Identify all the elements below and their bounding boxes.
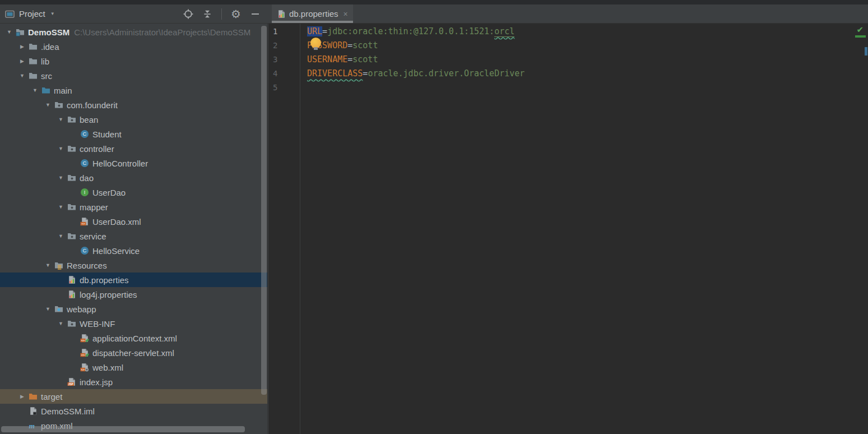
class-icon: C <box>80 159 89 168</box>
tree-item-index.jsp[interactable]: JSPindex.jsp <box>0 375 267 389</box>
code-token: orcl <box>494 26 514 37</box>
chevron-down-icon[interactable]: ▼ <box>50 11 55 16</box>
close-icon[interactable]: × <box>344 10 348 19</box>
tree-item-label: controller <box>80 144 114 154</box>
chevron-expanded-icon[interactable]: ▼ <box>54 233 67 239</box>
chevron-expanded-icon[interactable]: ▼ <box>54 146 67 151</box>
project-path: C:\Users\Administrator\IdeaProjects\Demo… <box>74 27 250 37</box>
tree-item-label: Student <box>92 130 122 139</box>
line-number-4[interactable]: 4 <box>268 67 300 81</box>
minus-glyph <box>252 13 259 15</box>
tree-item-web.xml[interactable]: <>web.xml <box>0 360 267 375</box>
chevron-expanded-icon[interactable]: ▼ <box>54 204 67 210</box>
tree-item-dao[interactable]: ▼dao <box>0 170 267 185</box>
tree-item-label: DemoSSM.iml <box>41 407 95 416</box>
tree-item-com.founderit[interactable]: ▼com.founderit <box>0 98 267 112</box>
tree-item-UserDao.xml[interactable]: <>UserDao.xml <box>0 214 267 229</box>
code-line-3[interactable]: USERNAME=scott <box>301 53 860 67</box>
chevron-expanded-icon[interactable]: ▼ <box>3 29 16 35</box>
tree-vertical-scrollbar[interactable] <box>261 26 267 395</box>
tree-item-mapper[interactable]: ▼mapper <box>0 200 267 214</box>
tree-item-log4j.properties[interactable]: log4j.properties <box>0 287 267 302</box>
interface-icon: I <box>80 188 89 197</box>
chevron-expanded-icon[interactable]: ▼ <box>54 117 67 122</box>
jsp-file-icon: JSP <box>67 377 76 386</box>
chevron-expanded-icon[interactable]: ▼ <box>41 102 54 108</box>
code-line-2[interactable]: PASSWORD=scott <box>301 39 860 53</box>
tree-item-lib[interactable]: ▶lib <box>0 54 267 68</box>
settings-gear-icon[interactable]: ⚙ <box>231 9 241 19</box>
tree-item-DemoSSM[interactable]: ▼DemoSSMC:\Users\Administrator\IdeaProje… <box>0 25 267 39</box>
chevron-collapsed-icon[interactable]: ▶ <box>16 58 29 64</box>
spring-config-icon: <> <box>80 348 89 357</box>
tree-item-label: Resources <box>67 261 107 270</box>
tree-item-target[interactable]: ▶target <box>0 389 267 404</box>
properties-file-icon <box>67 290 76 299</box>
tree-item-HelloController[interactable]: CHelloController <box>0 156 267 170</box>
inspection-ok-icon[interactable]: ✔ <box>856 25 864 35</box>
hide-panel-icon[interactable] <box>250 9 260 19</box>
editor-tab-db.properties[interactable]: db.properties× <box>272 4 353 23</box>
code-line-1[interactable]: URL=jdbc:oracle:thin:@127.0.0.1:1521:orc… <box>301 25 860 39</box>
caret-stripe-mark[interactable] <box>865 47 867 56</box>
svg-text:C: C <box>83 131 87 137</box>
tree-item-main[interactable]: ▼main <box>0 83 267 98</box>
tree-item-DemoSSM.iml[interactable]: DemoSSM.iml <box>0 404 267 418</box>
code-line-5[interactable] <box>301 81 860 95</box>
chevron-collapsed-icon[interactable]: ▶ <box>16 394 29 399</box>
chevron-expanded-icon[interactable]: ▼ <box>54 321 67 326</box>
line-number-5[interactable]: 5 <box>268 81 300 95</box>
intention-bulb-icon[interactable] <box>310 38 321 48</box>
editor-gutter: 12345 <box>268 24 300 434</box>
line-number-2[interactable]: 2 <box>268 39 300 53</box>
tree-item-db.properties[interactable]: db.properties <box>0 273 267 287</box>
tree-item-dispatcher-servlet.xml[interactable]: <>dispatcher-servlet.xml <box>0 345 267 360</box>
chevron-collapsed-icon[interactable]: ▶ <box>16 44 29 49</box>
package-icon <box>67 202 76 211</box>
tree-item-label: UserDao <box>92 188 126 197</box>
code-token: = <box>347 54 352 64</box>
tree-item-Student[interactable]: CStudent <box>0 127 267 141</box>
folder-icon <box>29 71 38 80</box>
tree-item-src[interactable]: ▼src <box>0 68 267 83</box>
code-token: jdbc:oracle:thin:@127.0.0.1:1521: <box>327 26 494 36</box>
code-token: = <box>347 40 352 50</box>
tree-item-WEB-INF[interactable]: ▼WEB-INF <box>0 316 267 331</box>
tree-item-webapp[interactable]: ▼webapp <box>0 302 267 316</box>
line-number-1[interactable]: 1 <box>268 25 300 39</box>
chevron-expanded-icon[interactable]: ▼ <box>41 306 54 312</box>
chevron-expanded-icon[interactable]: ▼ <box>16 73 29 79</box>
top-shade <box>0 0 868 4</box>
tree-item-UserDao[interactable]: IUserDao <box>0 185 267 200</box>
chevron-expanded-icon[interactable]: ▼ <box>41 262 54 268</box>
code-line-4[interactable]: DRIVERCLASS=oracle.jdbc.driver.OracleDri… <box>301 67 860 81</box>
svg-text:JSP: JSP <box>68 382 73 386</box>
svg-text:<>: <> <box>81 353 85 357</box>
svg-text:C: C <box>83 247 87 253</box>
tree-item-applicationContext.xml[interactable]: <>applicationContext.xml <box>0 331 267 345</box>
tree-item-bean[interactable]: ▼bean <box>0 112 267 127</box>
code-token: DRIVERCLASS <box>307 68 363 79</box>
tree-item-HelloService[interactable]: CHelloService <box>0 243 267 258</box>
tree-item-label: db.properties <box>80 275 129 285</box>
svg-text:<>: <> <box>81 221 86 225</box>
tree-item-label: index.jsp <box>80 377 113 387</box>
code-token: scott <box>352 40 378 50</box>
locate-icon[interactable] <box>183 9 193 19</box>
code-token: = <box>322 26 327 36</box>
collapse-all-icon[interactable] <box>202 9 212 19</box>
tree-horizontal-scrollbar[interactable] <box>1 426 245 432</box>
tree-item-service[interactable]: ▼service <box>0 229 267 243</box>
line-number-3[interactable]: 3 <box>268 53 300 67</box>
source-folder-icon <box>41 86 50 95</box>
panel-title: Project <box>19 9 45 19</box>
tree-item-controller[interactable]: ▼controller <box>0 141 267 156</box>
chevron-expanded-icon[interactable]: ▼ <box>29 87 41 93</box>
editor-code[interactable]: URL=jdbc:oracle:thin:@127.0.0.1:1521:orc… <box>301 25 860 434</box>
editor-area[interactable]: 12345 URL=jdbc:oracle:thin:@127.0.0.1:15… <box>268 24 868 434</box>
project-tree: ▼DemoSSMC:\Users\Administrator\IdeaProje… <box>0 25 267 433</box>
tree-item-.idea[interactable]: ▶.idea <box>0 39 267 54</box>
package-icon <box>67 319 76 328</box>
tree-item-Resources[interactable]: ▼Resources <box>0 258 267 273</box>
chevron-expanded-icon[interactable]: ▼ <box>54 175 67 181</box>
